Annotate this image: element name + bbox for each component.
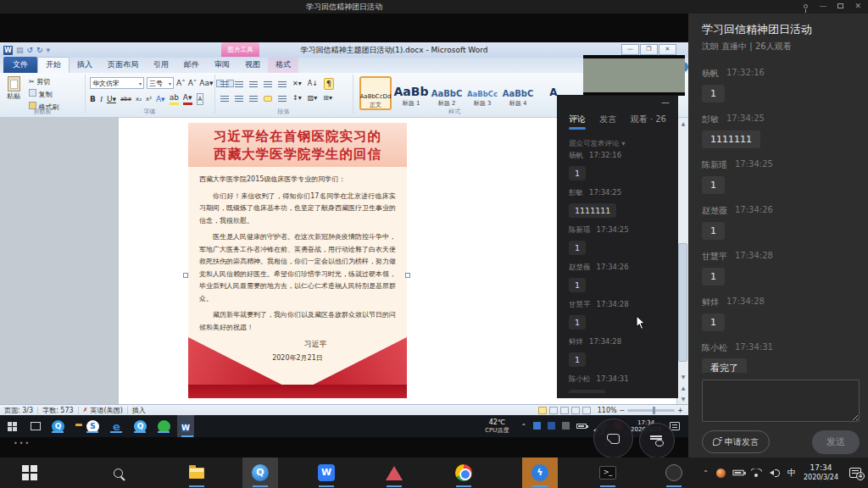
page-indicator[interactable]: 页面: 3/3 <box>4 406 33 415</box>
tab-references[interactable]: 引用 <box>146 58 176 73</box>
zoom-level[interactable]: 110% <box>598 407 617 414</box>
overlay-notice[interactable]: 观众可发表评论 ▾ <box>569 139 625 149</box>
undo-icon[interactable]: ↺ <box>27 46 34 54</box>
italic-button[interactable]: I <box>100 94 103 104</box>
increase-indent-icon[interactable] <box>278 81 287 87</box>
language-indicator[interactable]: 英语(美国) <box>91 406 123 415</box>
paste-button[interactable]: 粘贴 <box>7 76 20 101</box>
taskbar-dark-circle-app[interactable] <box>656 458 692 488</box>
scroll-up-icon[interactable]: ▲ <box>677 118 689 129</box>
search-button[interactable] <box>100 458 136 488</box>
letter-image[interactable]: 习近平给在首钢医院实习的 西藏大学医学院学生的回信 西藏大学医学院2015级临床… <box>188 123 407 398</box>
cut-button[interactable]: ✂ 剪切 <box>29 77 59 86</box>
taskbar-wps[interactable]: W <box>309 458 344 488</box>
insert-mode-indicator[interactable]: 插入 <box>132 406 146 415</box>
start-button[interactable] <box>12 458 47 488</box>
font-color-button[interactable]: A▾ <box>183 92 192 105</box>
cpu-temp-widget[interactable]: 42℃ CPU温度 <box>485 419 509 433</box>
decrease-indent-icon[interactable] <box>264 81 272 87</box>
word-vertical-scrollbar[interactable]: ▲ ▼ ▲ ▼ <box>676 118 688 404</box>
tab-review[interactable]: 审阅 <box>207 58 237 73</box>
overlay-minimize-icon[interactable]: — <box>661 97 670 107</box>
restore-button[interactable] <box>837 3 843 8</box>
overlay-message-list[interactable]: 杨帆17:32:16 1 彭敏17:34:25 1111111 陈新瑶17:34… <box>569 151 670 393</box>
clock[interactable]: 17:34 2020/3/24 <box>804 463 838 481</box>
close-button[interactable]: ✕ <box>854 2 861 10</box>
highlight-color-button[interactable]: ab <box>170 92 179 105</box>
taskbar-explorer[interactable] <box>179 458 214 488</box>
tab-insert[interactable]: 插入 <box>70 58 100 73</box>
word-close-button[interactable]: ✕ <box>659 44 676 55</box>
taskbar-app-green[interactable] <box>158 420 170 433</box>
tab-format[interactable]: 格式 <box>268 58 298 73</box>
taskbar-app-word-active[interactable]: W <box>177 415 194 437</box>
view-mode-button[interactable] <box>639 423 675 458</box>
font-size-select[interactable]: 三号▾ <box>147 77 174 89</box>
style-heading4[interactable]: AaBbC 标题 4 <box>502 76 534 110</box>
battery-icon[interactable] <box>576 424 587 429</box>
shading-icon[interactable]: ▨▾ <box>308 93 318 103</box>
previous-page-icon[interactable]: ▲ <box>677 382 689 393</box>
character-border-button[interactable]: A <box>197 93 204 105</box>
overlay-tab-viewers[interactable]: 观看 · 26 <box>631 114 666 130</box>
change-case-icon[interactable]: Aa▾ <box>199 78 213 88</box>
underline-button[interactable]: U▾ <box>107 94 116 104</box>
overlay-tab-comments[interactable]: 评论 <box>569 114 586 130</box>
fullscreen-view-icon[interactable] <box>549 407 558 414</box>
wifi-icon[interactable] <box>751 469 762 477</box>
asian-layout-icon[interactable]: ✕▾ <box>292 79 302 89</box>
subscript-button[interactable]: x₂ <box>136 94 142 104</box>
zoom-in-icon[interactable]: + <box>677 407 683 414</box>
align-right-icon[interactable] <box>249 96 258 102</box>
bold-button[interactable]: B <box>90 94 96 104</box>
print-layout-view-icon[interactable] <box>538 407 547 414</box>
line-spacing-icon[interactable]: ↕▾ <box>292 93 302 103</box>
scrollbar-thumb[interactable] <box>678 243 687 362</box>
tray-app-icon-2[interactable] <box>548 422 555 430</box>
tab-view[interactable]: 视图 <box>237 58 268 73</box>
tray-chevron-icon[interactable]: ⌃ <box>520 423 526 430</box>
strikethrough-button[interactable]: abe <box>120 94 131 104</box>
zoom-out-icon[interactable]: − <box>620 407 626 414</box>
superscript-button[interactable]: x² <box>146 94 152 104</box>
taskbar-terminal[interactable]: >_ <box>590 458 626 488</box>
next-page-icon[interactable]: ▼ <box>677 393 689 404</box>
taskbar-app-qq[interactable]: Q <box>134 420 147 433</box>
justify-icon[interactable] <box>264 96 272 102</box>
copy-button[interactable]: 复制 <box>29 89 59 99</box>
tray-app-icon-1[interactable] <box>533 422 541 430</box>
scroll-down-icon[interactable]: ▼ <box>677 371 689 382</box>
word-count[interactable]: 字数: 573 <box>42 406 74 415</box>
text-effects-icon[interactable]: A▾ <box>156 94 165 104</box>
start-button[interactable] <box>8 422 17 431</box>
show-marks-button[interactable]: ¶ <box>324 78 334 90</box>
chat-input[interactable] <box>702 380 860 422</box>
word-minimize-button[interactable]: — <box>621 44 639 55</box>
style-heading3[interactable]: AaBbCc 标题 3 <box>466 76 498 110</box>
tray-fox-icon[interactable] <box>716 469 726 478</box>
style-heading1[interactable]: AaBb 标题 1 <box>395 76 427 110</box>
tab-mailings[interactable]: 邮件 <box>176 58 207 73</box>
tray-app-icon-3[interactable] <box>562 422 570 430</box>
zoom-slider[interactable] <box>627 409 675 412</box>
camera-video-thumbnail[interactable] <box>583 55 685 96</box>
shrink-font-icon[interactable]: A˅ <box>188 78 198 88</box>
numbering-icon[interactable] <box>235 81 243 87</box>
taskbar-lightning-app-active[interactable]: ϟ <box>522 458 558 488</box>
pin-icon[interactable] <box>804 4 808 8</box>
task-view-button[interactable] <box>31 422 41 430</box>
multilevel-list-icon[interactable] <box>249 81 258 87</box>
spellcheck-icon[interactable]: ✗ <box>83 407 88 413</box>
taskbar-meeting-app-active[interactable]: Q <box>242 458 278 488</box>
font-name-select[interactable]: 华文仿宋▾ <box>90 77 144 89</box>
image-handle-right[interactable] <box>405 273 410 278</box>
style-normal[interactable]: AaBbCcDd 正文 <box>359 76 392 110</box>
ime-indicator[interactable]: 中 <box>787 467 796 479</box>
battery-icon[interactable] <box>732 470 743 476</box>
redo-icon[interactable]: ↻ <box>36 46 43 54</box>
request-speak-button[interactable]: 申请发言 <box>702 430 770 453</box>
sort-icon[interactable]: A↓ <box>308 79 318 89</box>
taskbar-app-browser[interactable]: Q <box>52 420 64 433</box>
grow-font-icon[interactable]: A˄ <box>176 78 186 88</box>
outline-view-icon[interactable] <box>571 407 580 414</box>
